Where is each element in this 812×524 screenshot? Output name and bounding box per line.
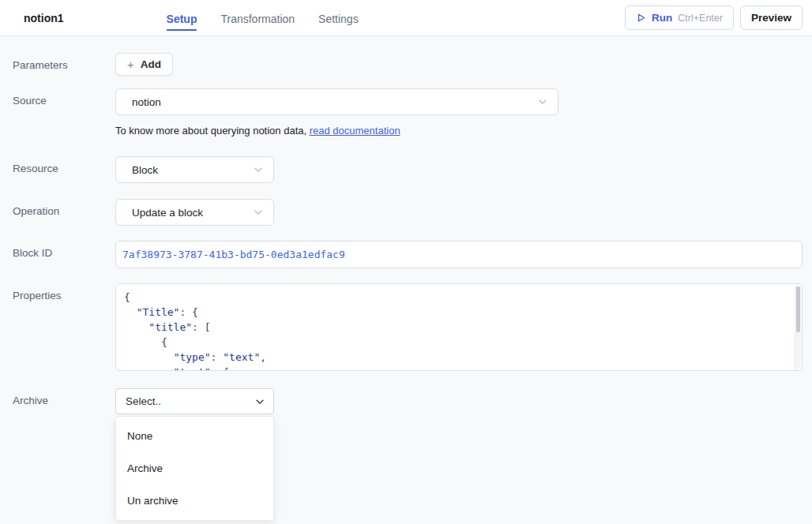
scrollbar-thumb[interactable] xyxy=(796,286,800,332)
editor-scrollbar[interactable] xyxy=(795,285,801,369)
source-select[interactable]: notion xyxy=(115,88,558,115)
row-source: Source notion To know more about queryin… xyxy=(0,88,812,137)
code-line: "text": { xyxy=(124,365,791,371)
resource-select-value: Block xyxy=(132,164,158,176)
resource-select[interactable]: Block xyxy=(115,156,274,183)
block-id-input[interactable] xyxy=(115,241,803,268)
query-editor-panel: notion1 Setup Transformation Settings Ru… xyxy=(0,0,812,524)
chevron-down-icon xyxy=(537,96,548,107)
row-parameters: Parameters + Add xyxy=(0,53,812,76)
row-block-id: Block ID xyxy=(0,241,812,268)
code-line: { xyxy=(124,290,791,305)
preview-button[interactable]: Preview xyxy=(740,6,803,30)
row-properties: Properties { "Title": { "title": [ { "ty… xyxy=(0,283,812,371)
tab-transformation[interactable]: Transformation xyxy=(220,6,295,31)
chevron-down-icon xyxy=(254,396,265,407)
header-actions: Run Ctrl+Enter Preview xyxy=(625,6,803,30)
block-id-label: Block ID xyxy=(0,241,115,259)
resource-label: Resource xyxy=(0,156,115,174)
row-operation: Operation Update a block xyxy=(0,199,812,226)
operation-select-value: Update a block xyxy=(132,207,203,219)
code-line: "Title": { xyxy=(124,305,791,320)
properties-label: Properties xyxy=(0,283,115,301)
chevron-down-icon xyxy=(253,164,264,175)
code-line: "type": "text", xyxy=(124,350,791,365)
source-select-value: notion xyxy=(132,96,161,108)
run-button[interactable]: Run Ctrl+Enter xyxy=(625,6,734,30)
chevron-down-icon xyxy=(253,207,264,218)
parameters-label: Parameters xyxy=(0,53,115,71)
source-help-text: To know more about querying notion data,… xyxy=(115,125,803,137)
plus-icon: + xyxy=(127,58,134,71)
operation-label: Operation xyxy=(0,199,115,217)
row-resource: Resource Block xyxy=(0,156,812,183)
query-name[interactable]: notion1 xyxy=(24,12,64,24)
row-archive: Archive Select.. None Archive Un archive xyxy=(0,388,812,414)
add-button-label: Add xyxy=(141,58,161,70)
tab-bar: Setup Transformation Settings xyxy=(167,0,359,36)
operation-select[interactable]: Update a block xyxy=(115,199,274,226)
run-button-label: Run xyxy=(652,12,672,24)
code-line: "title": [ xyxy=(124,320,791,335)
header: notion1 Setup Transformation Settings Ru… xyxy=(0,0,812,36)
archive-label: Archive xyxy=(0,388,115,406)
archive-select[interactable]: Select.. xyxy=(115,388,274,414)
archive-select-wrap: Select.. None Archive Un archive xyxy=(115,388,274,414)
source-label: Source xyxy=(0,88,115,107)
query-form: Parameters + Add Source notion To know m… xyxy=(0,36,812,414)
archive-option-unarchive[interactable]: Un archive xyxy=(116,485,273,517)
archive-option-archive[interactable]: Archive xyxy=(116,452,273,485)
add-parameter-button[interactable]: + Add xyxy=(115,53,173,76)
archive-options-menu: None Archive Un archive xyxy=(115,416,274,521)
archive-select-placeholder: Select.. xyxy=(126,395,161,407)
archive-option-none[interactable]: None xyxy=(116,420,273,452)
read-documentation-link[interactable]: read documentation xyxy=(310,125,400,137)
tab-settings[interactable]: Settings xyxy=(318,6,359,31)
run-shortcut: Ctrl+Enter xyxy=(678,13,723,24)
properties-code-editor[interactable]: { "Title": { "title": [ { "type": "text"… xyxy=(115,283,803,371)
code-line: { xyxy=(124,335,791,350)
play-icon xyxy=(636,13,646,23)
tab-setup[interactable]: Setup xyxy=(167,6,197,31)
